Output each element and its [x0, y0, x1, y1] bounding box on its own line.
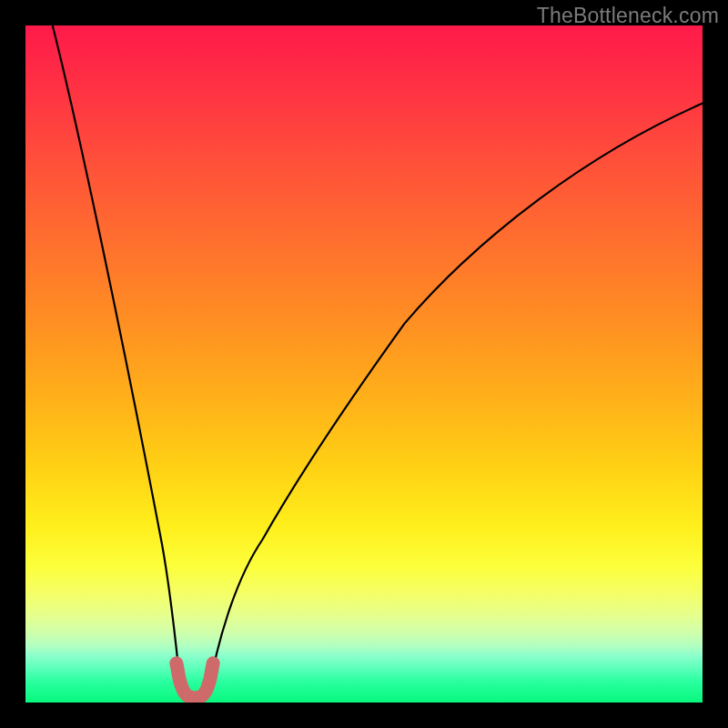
u-marker	[177, 663, 213, 699]
watermark-text: TheBottleneck.com	[537, 4, 719, 28]
plot-area	[25, 25, 703, 703]
chart-frame: TheBottleneck.com	[0, 0, 728, 728]
curve-left-branch	[53, 25, 181, 694]
curve-right-branch	[208, 104, 703, 695]
chart-svg	[25, 25, 703, 703]
